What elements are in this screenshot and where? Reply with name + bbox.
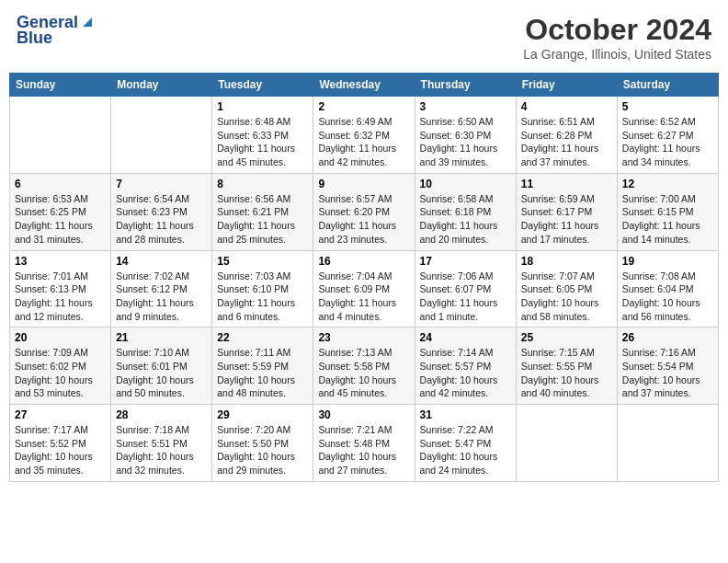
calendar-cell: 30Sunrise: 7:21 AM Sunset: 5:48 PM Dayli…	[313, 405, 415, 482]
logo: General Blue	[17, 13, 96, 48]
calendar-cell: 10Sunrise: 6:58 AM Sunset: 6:18 PM Dayli…	[415, 173, 516, 250]
week-row-3: 13Sunrise: 7:01 AM Sunset: 6:13 PM Dayli…	[10, 250, 719, 327]
calendar-cell	[516, 405, 617, 482]
day-number: 12	[622, 178, 713, 190]
calendar-cell	[617, 405, 718, 482]
day-number: 24	[420, 331, 511, 344]
day-number: 16	[318, 255, 409, 268]
day-content: Sunrise: 7:20 AM Sunset: 5:50 PM Dayligh…	[217, 423, 308, 477]
title-area: October 2024 La Grange, Illinois, United…	[523, 13, 711, 62]
month-title: October 2024	[523, 13, 711, 47]
day-number: 29	[217, 408, 308, 421]
calendar-header: SundayMondayTuesdayWednesdayThursdayFrid…	[10, 74, 719, 97]
calendar-cell: 8Sunrise: 6:56 AM Sunset: 6:21 PM Daylig…	[212, 173, 313, 250]
calendar-body: 1Sunrise: 6:48 AM Sunset: 6:33 PM Daylig…	[10, 97, 719, 482]
day-number: 19	[622, 255, 713, 268]
day-content: Sunrise: 6:49 AM Sunset: 6:32 PM Dayligh…	[318, 115, 409, 169]
calendar-cell: 16Sunrise: 7:04 AM Sunset: 6:09 PM Dayli…	[313, 250, 415, 327]
day-content: Sunrise: 7:17 AM Sunset: 5:52 PM Dayligh…	[15, 423, 106, 477]
day-content: Sunrise: 7:02 AM Sunset: 6:12 PM Dayligh…	[116, 270, 207, 324]
day-content: Sunrise: 7:09 AM Sunset: 6:02 PM Dayligh…	[15, 346, 106, 400]
day-content: Sunrise: 7:18 AM Sunset: 5:51 PM Dayligh…	[116, 423, 207, 477]
calendar-cell: 18Sunrise: 7:07 AM Sunset: 6:05 PM Dayli…	[516, 250, 617, 327]
logo-blue-text: Blue	[17, 29, 96, 48]
week-row-2: 6Sunrise: 6:53 AM Sunset: 6:25 PM Daylig…	[10, 173, 719, 250]
calendar-cell: 14Sunrise: 7:02 AM Sunset: 6:12 PM Dayli…	[111, 250, 212, 327]
day-content: Sunrise: 6:56 AM Sunset: 6:21 PM Dayligh…	[217, 192, 308, 247]
calendar-cell: 3Sunrise: 6:50 AM Sunset: 6:30 PM Daylig…	[415, 97, 516, 174]
day-content: Sunrise: 7:16 AM Sunset: 5:54 PM Dayligh…	[622, 346, 713, 400]
day-number: 25	[521, 331, 612, 344]
day-content: Sunrise: 7:21 AM Sunset: 5:48 PM Dayligh…	[318, 423, 409, 477]
day-content: Sunrise: 7:22 AM Sunset: 5:47 PM Dayligh…	[420, 423, 511, 477]
day-content: Sunrise: 7:04 AM Sunset: 6:09 PM Dayligh…	[318, 270, 409, 324]
day-content: Sunrise: 6:59 AM Sunset: 6:17 PM Dayligh…	[521, 192, 612, 247]
day-number: 23	[318, 331, 409, 344]
calendar-cell: 4Sunrise: 6:51 AM Sunset: 6:28 PM Daylig…	[516, 97, 617, 174]
day-content: Sunrise: 7:08 AM Sunset: 6:04 PM Dayligh…	[622, 270, 713, 324]
calendar-cell: 28Sunrise: 7:18 AM Sunset: 5:51 PM Dayli…	[111, 405, 212, 482]
day-content: Sunrise: 6:58 AM Sunset: 6:18 PM Dayligh…	[420, 192, 511, 247]
day-number: 5	[622, 100, 713, 113]
day-number: 21	[116, 331, 207, 344]
day-content: Sunrise: 6:50 AM Sunset: 6:30 PM Dayligh…	[420, 115, 511, 169]
day-header-friday: Friday	[516, 74, 617, 97]
day-header-wednesday: Wednesday	[313, 74, 415, 97]
day-content: Sunrise: 7:07 AM Sunset: 6:05 PM Dayligh…	[521, 270, 612, 324]
day-content: Sunrise: 7:00 AM Sunset: 6:15 PM Dayligh…	[622, 192, 713, 247]
day-number: 7	[116, 178, 207, 190]
day-content: Sunrise: 7:06 AM Sunset: 6:07 PM Dayligh…	[420, 270, 511, 324]
day-header-tuesday: Tuesday	[212, 74, 313, 97]
calendar-cell: 1Sunrise: 6:48 AM Sunset: 6:33 PM Daylig…	[212, 97, 313, 174]
calendar-cell: 17Sunrise: 7:06 AM Sunset: 6:07 PM Dayli…	[415, 250, 516, 327]
day-number: 28	[116, 408, 207, 421]
calendar-cell: 29Sunrise: 7:20 AM Sunset: 5:50 PM Dayli…	[212, 405, 313, 482]
day-content: Sunrise: 6:48 AM Sunset: 6:33 PM Dayligh…	[217, 115, 308, 169]
calendar-table: SundayMondayTuesdayWednesdayThursdayFrid…	[9, 73, 719, 482]
day-number: 30	[318, 408, 409, 421]
svg-marker-0	[83, 17, 92, 27]
calendar-cell: 13Sunrise: 7:01 AM Sunset: 6:13 PM Dayli…	[10, 250, 111, 327]
day-content: Sunrise: 7:11 AM Sunset: 5:59 PM Dayligh…	[217, 346, 308, 400]
location: La Grange, Illinois, United States	[523, 47, 711, 62]
day-number: 4	[521, 100, 612, 113]
day-number: 8	[217, 178, 308, 190]
day-content: Sunrise: 7:15 AM Sunset: 5:55 PM Dayligh…	[521, 346, 612, 400]
day-number: 1	[217, 100, 308, 113]
day-number: 18	[521, 255, 612, 268]
day-content: Sunrise: 6:51 AM Sunset: 6:28 PM Dayligh…	[521, 115, 612, 169]
calendar-cell: 20Sunrise: 7:09 AM Sunset: 6:02 PM Dayli…	[10, 327, 111, 405]
calendar-cell: 5Sunrise: 6:52 AM Sunset: 6:27 PM Daylig…	[617, 97, 718, 174]
day-content: Sunrise: 6:57 AM Sunset: 6:20 PM Dayligh…	[318, 192, 409, 247]
day-content: Sunrise: 7:10 AM Sunset: 6:01 PM Dayligh…	[116, 346, 207, 400]
calendar-cell: 6Sunrise: 6:53 AM Sunset: 6:25 PM Daylig…	[10, 173, 111, 250]
calendar-cell: 9Sunrise: 6:57 AM Sunset: 6:20 PM Daylig…	[313, 173, 415, 250]
day-header-sunday: Sunday	[10, 74, 111, 97]
calendar-cell	[111, 97, 212, 174]
day-header-monday: Monday	[111, 74, 212, 97]
calendar-cell: 12Sunrise: 7:00 AM Sunset: 6:15 PM Dayli…	[617, 173, 718, 250]
day-number: 20	[15, 331, 106, 344]
day-number: 9	[318, 178, 409, 190]
calendar-cell: 27Sunrise: 7:17 AM Sunset: 5:52 PM Dayli…	[10, 405, 111, 482]
day-number: 2	[318, 100, 409, 113]
day-number: 6	[15, 178, 106, 190]
day-content: Sunrise: 7:01 AM Sunset: 6:13 PM Dayligh…	[15, 270, 106, 324]
calendar-cell: 19Sunrise: 7:08 AM Sunset: 6:04 PM Dayli…	[617, 250, 718, 327]
day-number: 26	[622, 331, 713, 344]
header-row: SundayMondayTuesdayWednesdayThursdayFrid…	[10, 74, 719, 97]
day-content: Sunrise: 7:03 AM Sunset: 6:10 PM Dayligh…	[217, 270, 308, 324]
calendar-cell: 7Sunrise: 6:54 AM Sunset: 6:23 PM Daylig…	[111, 173, 212, 250]
day-content: Sunrise: 6:53 AM Sunset: 6:25 PM Dayligh…	[15, 192, 106, 247]
week-row-1: 1Sunrise: 6:48 AM Sunset: 6:33 PM Daylig…	[10, 97, 719, 174]
calendar-cell: 26Sunrise: 7:16 AM Sunset: 5:54 PM Dayli…	[617, 327, 718, 405]
calendar-cell: 2Sunrise: 6:49 AM Sunset: 6:32 PM Daylig…	[313, 97, 415, 174]
day-number: 13	[15, 255, 106, 268]
calendar-cell: 15Sunrise: 7:03 AM Sunset: 6:10 PM Dayli…	[212, 250, 313, 327]
day-number: 15	[217, 255, 308, 268]
calendar-cell: 24Sunrise: 7:14 AM Sunset: 5:57 PM Dayli…	[415, 327, 516, 405]
week-row-5: 27Sunrise: 7:17 AM Sunset: 5:52 PM Dayli…	[10, 405, 719, 482]
calendar-cell: 31Sunrise: 7:22 AM Sunset: 5:47 PM Dayli…	[415, 405, 516, 482]
day-number: 3	[420, 100, 511, 113]
calendar-cell: 21Sunrise: 7:10 AM Sunset: 6:01 PM Dayli…	[111, 327, 212, 405]
